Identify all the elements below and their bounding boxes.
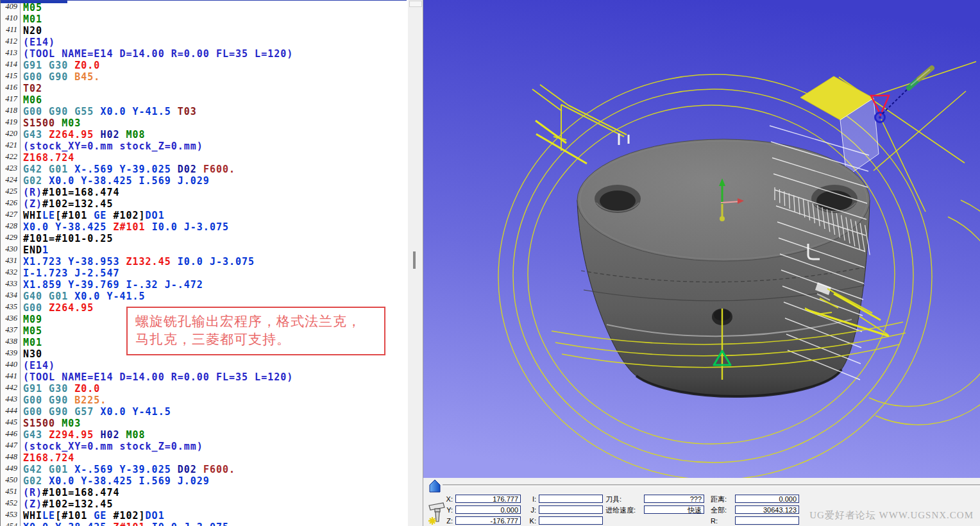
line-number: 412 (1, 37, 21, 48)
line-number: 413 (1, 48, 21, 60)
code-line[interactable]: 426(Z)#102=132.45 (1, 198, 407, 210)
code-line[interactable]: 449G42 G01 X-.569 Y-39.025 D02 F600. (1, 464, 407, 475)
code-line[interactable]: 441(TOOL NAME=E14 D=14.00 R=0.00 FL=35 L… (1, 371, 407, 383)
annotation-line-2: 马扎克，三菱都可支持。 (135, 330, 376, 348)
line-number: 441 (1, 371, 21, 383)
code-line[interactable]: 434G40 G01 X0.0 Y-41.5 (1, 291, 407, 302)
code-line[interactable]: 445S1500 M03 (1, 418, 407, 429)
line-number: 411 (1, 25, 21, 37)
z-value-field[interactable]: -176.777 (455, 516, 521, 525)
x-value-field[interactable]: 176.777 (455, 495, 521, 503)
code-line[interactable]: 421(stock_XY=0.mm stock_Z=0.mm) (1, 140, 407, 152)
line-number: 436 (1, 314, 21, 325)
code-text: M06 (21, 94, 42, 106)
code-line[interactable]: 447(stock_XY=0.mm stock_Z=0.mm) (1, 441, 407, 452)
code-text: T02 (21, 83, 42, 94)
line-number: 428 (1, 221, 21, 233)
part-cylinder (577, 133, 870, 396)
code-line[interactable]: 430END1 (1, 244, 407, 256)
backplot-viewport[interactable] (423, 0, 980, 478)
line-number: 439 (1, 348, 21, 360)
code-line[interactable]: 431X1.723 Y-38.953 Z132.45 I0.0 J-3.075 (1, 256, 407, 267)
total-value-field[interactable]: 30643.123 (735, 505, 799, 514)
code-line[interactable]: 453WHILE[#101 GE #102]DO1 (1, 510, 407, 522)
line-number: 422 (1, 152, 21, 164)
line-number: 432 (1, 267, 21, 279)
code-line[interactable]: 454X0.0 Y-38.425 Z#101 I0.0 J-3.075 (1, 522, 407, 526)
code-text: G02 X0.0 Y-38.425 I.569 J.029 (21, 475, 210, 487)
line-number: 442 (1, 383, 21, 394)
code-text: WHILE[#101 GE #102]DO1 (21, 210, 165, 221)
code-line[interactable]: 411N20 (1, 25, 407, 37)
code-line[interactable]: 451(R)#101=168.474 (1, 487, 407, 498)
code-text: M01 (21, 13, 42, 25)
scrollbar-thumb[interactable] (413, 251, 416, 269)
line-number: 417 (1, 94, 21, 106)
code-line[interactable]: 410M01 (1, 13, 407, 25)
code-line[interactable]: 420G43 Z264.95 H02 M08 (1, 129, 407, 140)
line-number: 418 (1, 106, 21, 117)
line-number: 447 (1, 441, 21, 452)
line-number: 434 (1, 291, 21, 302)
code-line[interactable]: 440(E14) (1, 360, 407, 371)
tool-value-field[interactable]: ??? (644, 495, 704, 503)
code-line[interactable]: 427WHILE[#101 GE #102]DO1 (1, 210, 407, 221)
code-line[interactable]: 417M06 (1, 94, 407, 106)
feedrate-label: 进给速度: (605, 506, 643, 514)
backplot-canvas[interactable] (423, 0, 980, 478)
code-line[interactable]: 418G00 G90 G55 X0.0 Y-41.5 T03 (1, 106, 407, 117)
editor-scrollbar[interactable] (407, 0, 423, 526)
code-line[interactable]: 446G43 Z294.95 H02 M08 (1, 429, 407, 441)
code-line[interactable]: 428X0.0 Y-38.425 Z#101 I0.0 J-3.075 (1, 221, 407, 233)
j-label: J: (527, 506, 536, 514)
code-line[interactable]: 425(R)#101=168.474 (1, 187, 407, 198)
code-text: M09 (21, 314, 42, 325)
code-line[interactable]: 448Z168.724 (1, 452, 407, 464)
line-number: 429 (1, 233, 21, 244)
code-line[interactable]: 412(E14) (1, 37, 407, 48)
code-line[interactable]: 450G02 X0.0 Y-38.425 I.569 J.029 (1, 475, 407, 487)
code-text: N30 (21, 348, 42, 360)
code-text: (E14) (21, 37, 55, 48)
k-value-field[interactable] (539, 516, 603, 525)
line-number: 409 (1, 2, 21, 13)
feedrate-value-field[interactable]: 快速 (644, 505, 704, 514)
code-line[interactable]: 416T02 (1, 83, 407, 94)
code-line[interactable]: 442G91 G30 Z0.0 (1, 383, 407, 394)
j-value-field[interactable] (539, 505, 603, 514)
code-text: G00 Z264.95 (21, 302, 94, 314)
code-text: G00 G90 G55 X0.0 Y-41.5 T03 (21, 106, 197, 117)
code-line[interactable]: 415G00 G90 B45. (1, 71, 407, 83)
code-line[interactable]: 444G00 G90 G57 X0.0 Y-41.5 (1, 406, 407, 418)
code-line[interactable]: 424G02 X0.0 Y-38.425 I.569 J.029 (1, 175, 407, 187)
code-text: (Z)#102=132.45 (21, 198, 113, 210)
code-line[interactable]: 413(TOOL NAME=E14 D=14.00 R=0.00 FL=35 L… (1, 48, 407, 60)
code-line[interactable]: 433X1.859 Y-39.769 I-.32 J-.472 (1, 279, 407, 291)
code-line[interactable]: 409M05 (1, 2, 407, 13)
z-label: Z: (443, 517, 453, 525)
line-number: 437 (1, 325, 21, 337)
line-number: 444 (1, 406, 21, 418)
code-line[interactable]: 422Z168.724 (1, 152, 407, 164)
scrollbar-button[interactable] (409, 1, 422, 7)
y-value-field[interactable]: 0.000 (455, 505, 521, 514)
code-line[interactable]: 432I-1.723 J-2.547 (1, 267, 407, 279)
code-text: G40 G01 X0.0 Y-41.5 (21, 291, 146, 302)
code-line[interactable]: 452(Z)#102=132.45 (1, 498, 407, 510)
code-line[interactable]: 423G42 G01 X-.569 Y-39.025 D02 F600. (1, 164, 407, 175)
simulation-progress-thumb[interactable] (428, 479, 441, 493)
line-number: 419 (1, 117, 21, 129)
code-line[interactable]: 419S1500 M03 (1, 117, 407, 129)
i-value-field[interactable] (539, 495, 603, 503)
code-text: G91 G30 Z0.0 (21, 60, 100, 71)
simulation-progress-track[interactable] (443, 484, 980, 487)
code-lines[interactable]: 409M05410M01411N20412(E14)413(TOOL NAME=… (1, 2, 407, 526)
line-number: 452 (1, 498, 21, 510)
code-line[interactable]: 414G91 G30 Z0.0 (1, 60, 407, 71)
code-line[interactable]: 443G00 G90 B225. (1, 394, 407, 406)
r-value-field[interactable] (735, 516, 799, 525)
gcode-editor-pane[interactable]: 409M05410M01411N20412(E14)413(TOOL NAME=… (0, 0, 407, 526)
code-line[interactable]: 429#101=#101-0.25 (1, 233, 407, 244)
distance-value-field[interactable]: 0.000 (735, 495, 799, 503)
line-number: 451 (1, 487, 21, 498)
